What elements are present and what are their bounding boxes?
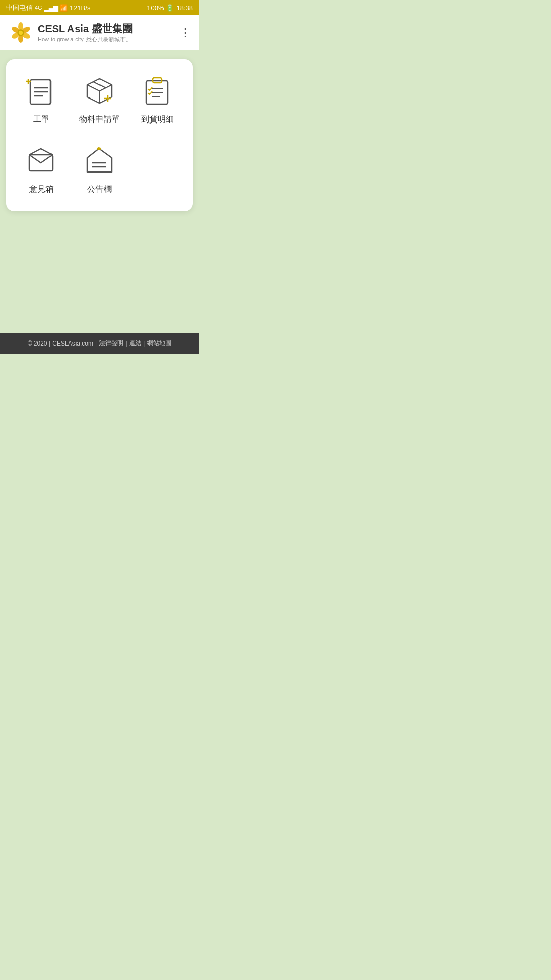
battery-label: 100% [147,4,164,12]
battery-icon: 🔋 [166,4,174,12]
footer-link-sitemap[interactable]: 網站地圖 [147,339,171,348]
menu-grid-row2: 意見箱 公告欄 [14,141,185,195]
logo-title: CESL Asia 盛世集團 [38,22,133,36]
suggestion-box-icon [25,143,58,176]
delivery-detail-label: 到貨明細 [141,114,174,125]
carrier-label: 中国电信 [6,3,33,12]
work-order-icon-wrap [23,71,60,108]
wifi-icon: 📶 [60,4,68,12]
menu-item-material-request[interactable]: 物料申請單 [72,71,127,125]
status-bar: 中国电信 4G ▂▄▆ 📶 121B/s 100% 🔋 18:38 [0,0,199,15]
delivery-detail-icon-wrap [139,71,176,108]
main-content: 工單 [0,50,199,333]
work-order-icon [25,74,58,106]
suggestion-box-icon-wrap [23,141,60,178]
footer-copyright: © 2020 | CESLAsia.com [28,340,93,347]
bulletin-board-label: 公告欄 [87,184,112,195]
menu-grid-row1: 工單 [14,71,185,125]
footer-sep-3: | [143,340,145,347]
material-request-label: 物料申請單 [79,114,120,125]
logo-subtitle: How to grow a city. 悉心共樹新城市。 [38,36,133,43]
menu-item-work-order[interactable]: 工單 [14,71,68,125]
network-label: 4G [35,5,42,11]
header-logo: CESL Asia 盛世集團 How to grow a city. 悉心共樹新… [8,20,133,45]
menu-card: 工單 [6,59,193,211]
bulletin-board-icon [83,143,116,176]
status-right: 100% 🔋 18:38 [147,4,193,12]
work-order-label: 工單 [33,114,49,125]
svg-marker-27 [87,149,112,172]
svg-line-18 [93,82,106,88]
bulletin-board-icon-wrap [81,141,118,178]
material-request-icon [83,74,116,106]
material-request-icon-wrap [81,71,118,108]
menu-item-suggestion-box[interactable]: 意見箱 [14,141,68,195]
footer-link-connect[interactable]: 連結 [129,339,141,348]
more-options-icon[interactable]: ⋮ [180,26,191,39]
speed-label: 121B/s [70,4,90,12]
signal-icon: ▂▄▆ [44,4,58,12]
suggestion-box-label: 意見箱 [29,184,54,195]
svg-point-7 [19,30,23,34]
logo-flower-icon [8,20,34,45]
svg-point-30 [97,147,101,150]
status-left: 中国电信 4G ▂▄▆ 📶 121B/s [6,3,90,12]
delivery-detail-icon [141,74,174,106]
menu-item-delivery-detail[interactable]: 到貨明細 [131,71,185,125]
footer-sep-2: | [126,340,127,347]
footer-sep-1: | [95,340,97,347]
empty-cell [131,141,185,195]
footer: © 2020 | CESLAsia.com | 法律聲明 | 連結 | 網站地圖 [0,333,199,354]
footer-link-legal[interactable]: 法律聲明 [99,339,123,348]
logo-text: CESL Asia 盛世集團 How to grow a city. 悉心共樹新… [38,22,133,43]
svg-line-15 [87,85,99,91]
menu-item-bulletin-board[interactable]: 公告欄 [72,141,127,195]
header: CESL Asia 盛世集團 How to grow a city. 悉心共樹新… [0,15,199,50]
time-label: 18:38 [176,4,193,12]
